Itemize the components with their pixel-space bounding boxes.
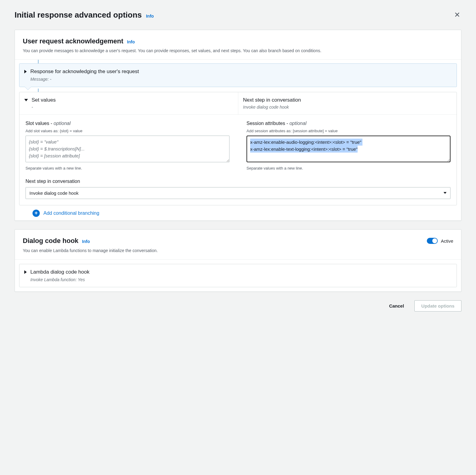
lambda-hook-sub: Invoke Lambda function: Yes	[30, 277, 90, 283]
dialog-info-link[interactable]: Info	[82, 239, 90, 245]
ack-desc: You can provide messages to acknowledge …	[23, 48, 453, 54]
dialog-title: Dialog code hook	[23, 236, 78, 246]
slot-values-label: Slot values - optional	[25, 120, 229, 127]
slot-values-help: Separate values with a new line.	[25, 166, 229, 171]
cancel-button[interactable]: Cancel	[382, 301, 411, 311]
ack-card: User request acknowledgement Info You ca…	[15, 30, 461, 221]
chevron-down-icon	[444, 192, 447, 194]
slot-values-hint: Add slot values as: {slot} = value	[25, 128, 229, 134]
caret-right-icon	[24, 270, 27, 274]
dialog-toggle-label: Active	[441, 238, 453, 244]
header-info-link[interactable]: Info	[146, 13, 154, 19]
session-attrs-input[interactable]	[246, 136, 450, 162]
set-values-sub: -	[32, 104, 56, 110]
next-step-select[interactable]: Invoke dialog code hook	[25, 187, 450, 199]
dialog-card: Dialog code hook Info Active You can ena…	[15, 229, 461, 292]
next-step-label: Next step in conversation	[243, 96, 452, 104]
lambda-hook-box[interactable]: Lambda dialog code hook Invoke Lambda fu…	[19, 264, 457, 287]
lambda-hook-title: Lambda dialog code hook	[30, 268, 90, 276]
session-attrs-field: Session attributes - optional Add sessio…	[246, 120, 450, 171]
caret-down-icon[interactable]	[24, 99, 28, 101]
update-options-button[interactable]: Update options	[414, 300, 461, 312]
response-ack-box[interactable]: Response for acknowledging the user's re…	[19, 63, 457, 87]
plus-icon: +	[32, 210, 40, 217]
next-step-select-value: Invoke dialog code hook	[29, 190, 79, 196]
dialog-active-toggle[interactable]	[427, 238, 438, 244]
session-attrs-hint: Add session attributes as: [session attr…	[246, 128, 450, 134]
next-step-select-label: Next step in conversation	[25, 178, 450, 185]
close-icon[interactable]: ✕	[453, 8, 461, 21]
add-conditional-branching[interactable]: + Add conditional branching	[19, 210, 457, 218]
set-values-label: Set values	[32, 96, 56, 104]
dialog-desc: You can enable Lambda functions to manag…	[23, 248, 453, 254]
response-ack-sub: Message: -	[30, 76, 139, 83]
footer: Cancel Update options	[15, 300, 461, 312]
ack-title: User request acknowledgement	[23, 37, 123, 46]
add-branch-label: Add conditional branching	[43, 210, 99, 217]
session-attrs-label: Session attributes - optional	[246, 120, 450, 127]
set-values-box: Set values - Next step in conversation I…	[19, 92, 457, 205]
caret-right-icon	[24, 70, 27, 73]
session-attrs-help: Separate values with a new line.	[246, 166, 450, 171]
ack-info-link[interactable]: Info	[127, 39, 135, 45]
next-step-sub: Invoke dialog code hook	[243, 104, 452, 110]
response-ack-title: Response for acknowledging the user's re…	[30, 68, 139, 75]
page-header: Initial response advanced options Info ✕	[15, 8, 461, 21]
slot-values-field: Slot values - optional Add slot values a…	[25, 120, 229, 171]
page-title: Initial response advanced options	[15, 9, 142, 20]
slot-values-input[interactable]	[25, 136, 229, 162]
